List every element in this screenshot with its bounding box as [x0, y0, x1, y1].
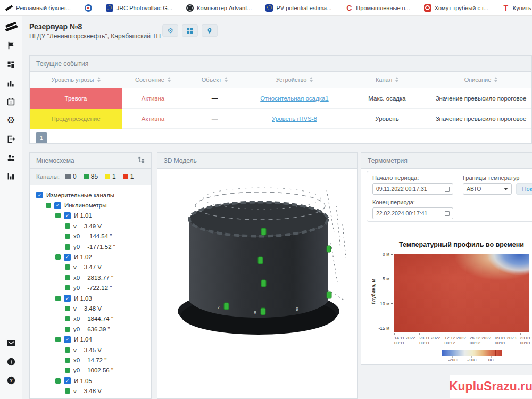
chart-axis-icon[interactable] — [6, 171, 16, 181]
globe-icon — [186, 4, 194, 12]
tree-item: y01002.56 " — [30, 365, 151, 376]
app-logo-icon[interactable] — [4, 20, 19, 34]
sort-down-icon — [97, 80, 101, 82]
page-subtitle: НГДУ "Лениногорскнефть", Карабашский ТП — [29, 32, 161, 40]
channel-color-square-icon — [123, 174, 128, 179]
bookmark-item[interactable]: PV potential estima... — [265, 4, 331, 12]
tree-item-value: 636.39 " — [87, 326, 110, 332]
mail-icon[interactable] — [6, 338, 16, 348]
bookmark-label: Промышленные п... — [356, 5, 410, 11]
threat-level-badge: Предупреждение — [30, 109, 122, 129]
logout-icon[interactable] — [6, 134, 16, 144]
sort-up-icon — [310, 77, 313, 79]
event-description: Значение превысило пороговое — [430, 115, 531, 122]
column-header[interactable]: Состояние — [122, 77, 184, 83]
x-axis-tick: 09.01.202300:01 — [495, 333, 520, 345]
status-square-icon — [65, 264, 70, 270]
column-header[interactable]: Объект — [184, 77, 245, 83]
location-button[interactable] — [202, 24, 218, 37]
status-square-icon — [65, 223, 70, 229]
status-square-icon — [55, 378, 61, 384]
page-1-button[interactable]: 1 — [36, 132, 47, 143]
sort-down-icon — [494, 80, 497, 82]
x-axis-tick: 23.01.202300:01 — [520, 333, 532, 345]
status-square-icon — [65, 316, 70, 321]
checkbox[interactable]: ✓ — [36, 192, 43, 198]
sort-icon — [225, 77, 228, 82]
bookmark-item[interactable]: JRC Photovoltaic G... — [106, 4, 172, 12]
bookmark-item[interactable] — [85, 4, 92, 12]
pen-icon — [5, 4, 13, 12]
tree-item-label: y0 — [73, 244, 80, 250]
tree-view-icon[interactable] — [138, 156, 145, 165]
layout-button[interactable] — [182, 24, 198, 37]
tree-item-label: И 1.02 — [74, 254, 92, 260]
y-axis-tick: 0 м — [383, 252, 393, 257]
bookmark-item[interactable]: CПромышленные п... — [345, 4, 410, 12]
calendar-alert-icon[interactable] — [6, 96, 16, 107]
tick-mark — [391, 328, 393, 328]
sort-down-icon — [310, 80, 313, 82]
bookmark-item[interactable]: Компьютер Advant... — [186, 4, 252, 12]
events-panel-title: Текущие события — [30, 56, 531, 72]
tree-item: x01844.74 " — [30, 314, 151, 324]
show-button[interactable]: Показать — [516, 183, 532, 195]
users-icon[interactable] — [6, 152, 16, 163]
dashboard-icon[interactable] — [6, 59, 16, 70]
column-header[interactable]: Описание — [430, 77, 531, 83]
y-tick-label: -10 м — [379, 301, 390, 306]
point-cloud — [327, 190, 346, 301]
bookmark-item[interactable]: TКупить шпилька са... — [502, 4, 532, 12]
checkbox[interactable]: ✓ — [64, 377, 71, 384]
bookmark-item[interactable]: Рекламный буклет... — [5, 4, 71, 12]
checkbox[interactable]: ✓ — [64, 295, 71, 302]
column-header[interactable]: Канал — [344, 77, 430, 83]
tree-item: x014.72 " — [30, 355, 151, 365]
settings-button[interactable]: ⚙ — [162, 24, 178, 37]
temp-bounds-select[interactable]: АВТО — [463, 183, 512, 195]
mnemoscheme-panel: Мнемосхема Каналы: 08511 ✓Измерительные … — [29, 152, 152, 399]
colorbar-tick-label: -20С — [448, 358, 457, 362]
start-period-input[interactable]: 09.11.2022 00:17:31 — [372, 183, 453, 195]
colorbar-tick-label: 0С — [488, 358, 494, 362]
info-icon[interactable] — [6, 356, 16, 367]
tree-item: ✓И 1.05 — [30, 376, 151, 386]
tank-3d-viewport[interactable]: 7 8 9 — [157, 169, 357, 398]
device-link[interactable]: Уровень rRVS-8 — [245, 115, 344, 122]
checkbox[interactable]: ✓ — [54, 202, 61, 209]
bookmark-item[interactable]: Хомут трубный с г... — [424, 4, 488, 12]
tree-item: y0-722.12 " — [30, 283, 151, 293]
end-period-label: Конец периода: — [372, 199, 415, 205]
checkbox[interactable]: ✓ — [64, 212, 71, 219]
checkbox[interactable]: ✓ — [64, 336, 71, 343]
bookmark-label: Рекламный буклет... — [16, 5, 71, 11]
calendar-icon[interactable] — [445, 187, 450, 192]
column-header[interactable]: Уровень угрозы — [30, 77, 122, 83]
x-axis-tick: 26.12.202200:12 — [470, 333, 495, 345]
settings-gear-icon[interactable]: ⚙ — [6, 115, 16, 126]
help-icon[interactable]: ? — [6, 375, 16, 386]
device-link[interactable]: Относительная осадка1 — [245, 95, 344, 102]
tree-item: ✓И 1.01 — [30, 211, 151, 221]
tree-item-value: -722.12 " — [87, 285, 112, 291]
status-square-icon — [65, 275, 70, 280]
column-header[interactable]: Устройство — [245, 77, 344, 83]
channel-count-value: 1 — [130, 173, 134, 180]
threat-level-badge: Тревога — [30, 88, 122, 109]
svg-text:?: ? — [10, 377, 13, 383]
colorbar-ticks: -20С-10С0С — [442, 358, 502, 364]
status-square-icon — [65, 244, 70, 250]
bar-chart-icon[interactable] — [6, 78, 16, 88]
end-period-input[interactable]: 22.02.2024 00:17:41 — [372, 207, 453, 219]
euflag2-icon — [265, 4, 273, 12]
tree-item-label: v — [73, 305, 77, 312]
calendar-icon[interactable] — [445, 211, 450, 216]
channel-color-square-icon — [84, 174, 89, 179]
checkbox[interactable]: ✓ — [64, 254, 71, 261]
map-flag-icon[interactable] — [6, 40, 16, 51]
x-tick-time: 00:11 — [394, 340, 420, 345]
sort-icon — [494, 77, 497, 82]
tree-item-label: v — [73, 264, 77, 270]
chevron-down-icon — [504, 188, 508, 190]
tree-item-label: y0 — [73, 367, 80, 373]
